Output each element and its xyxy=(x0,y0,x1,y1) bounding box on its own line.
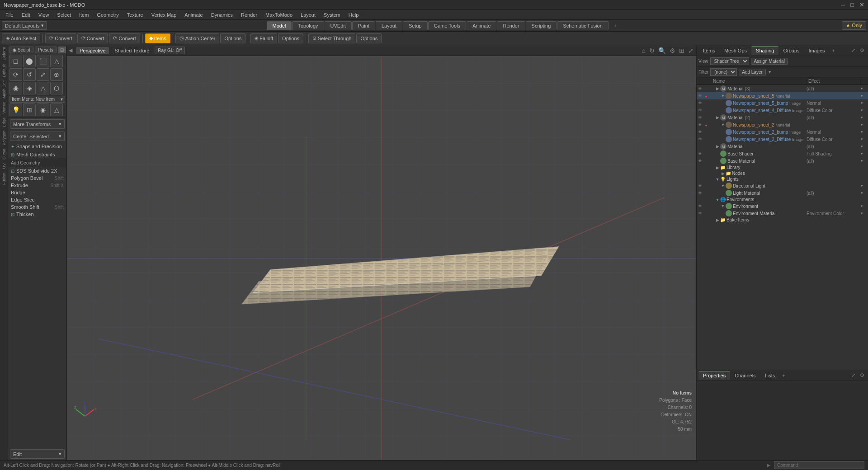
tree-item-lights[interactable]: ▼ 💡 Lights xyxy=(697,176,868,182)
dropdown-arrow-3[interactable]: ▾ xyxy=(861,101,868,105)
default-layouts-dropdown[interactable]: Default Layouts ▾ xyxy=(2,21,47,30)
tool-cube[interactable]: ⬛ xyxy=(37,55,49,67)
tab-groups[interactable]: Groups xyxy=(778,47,804,55)
polygon-bevel-row[interactable]: Polygon Bevel Shift xyxy=(8,174,66,182)
tab-lists[interactable]: Lists xyxy=(760,371,780,380)
view-select[interactable]: Shader Tree xyxy=(710,57,749,65)
dropdown-arrow-9[interactable]: ▾ xyxy=(861,144,868,149)
tab-topology[interactable]: Topology xyxy=(292,21,324,30)
tree-item-bump-2[interactable]: 👁 Newspaper_sheet_2_bump Image Normal ▾ xyxy=(697,128,868,136)
tree-item-dir-light[interactable]: 👁 ▼ Directional Light ▾ xyxy=(697,182,868,189)
toggle-15[interactable]: ▼ xyxy=(720,183,726,188)
smooth-shift-row[interactable]: Smooth Shift Shift xyxy=(8,203,66,211)
tool-5[interactable]: ◉ xyxy=(9,82,22,94)
strip-default[interactable]: Default xyxy=(1,62,7,79)
tree-item-bump-5[interactable]: 👁 Newspaper_sheet_5_bump Image Normal ▾ xyxy=(697,99,868,107)
dropdown-arrow-15[interactable]: ▾ xyxy=(861,183,868,188)
sds-subdivide-row[interactable]: ⊡ SDS Subdivide 2X xyxy=(8,167,66,174)
tree-item-diffuse-2[interactable]: 👁 Newspaper_sheet_2_Diffuse Image Diffus… xyxy=(697,136,868,143)
tool-6[interactable]: ◈ xyxy=(23,82,36,94)
tree-item-bake-items[interactable]: ▶ 📁 Bake Items xyxy=(697,217,868,223)
tree-item-env-material[interactable]: 👁 Environment Material Environment Color… xyxy=(697,210,868,217)
dropdown-arrow-7[interactable]: ▾ xyxy=(861,130,868,134)
edit-dropdown[interactable]: Edit ▾ xyxy=(10,449,65,459)
tree-item-environment[interactable]: 👁 ▼ Environment ▾ xyxy=(697,202,868,210)
tool-8[interactable]: ⬡ xyxy=(50,82,63,94)
menu-item[interactable]: Item xyxy=(75,11,92,19)
toggle-6[interactable]: ▼ xyxy=(720,122,726,127)
maximize-btn[interactable]: □ xyxy=(850,1,854,8)
menu-render[interactable]: Render xyxy=(237,11,261,19)
menu-vertex-map[interactable]: Vertex Map xyxy=(148,11,180,19)
falloff-btn[interactable]: ◈ Falloff xyxy=(250,33,277,43)
command-input[interactable] xyxy=(774,461,864,469)
add-layer-dropdown-icon[interactable]: ▾ xyxy=(769,69,771,75)
dropdown-arrow-18[interactable]: ▾ xyxy=(861,204,868,208)
dropdown-arrow-4[interactable]: ▾ xyxy=(861,108,868,113)
menu-edit[interactable]: Edit xyxy=(18,11,34,19)
menu-file[interactable]: File xyxy=(2,11,17,19)
tree-item-base-material[interactable]: 👁 Base Material (all) ▾ xyxy=(697,157,868,164)
toggle-13[interactable]: ▶ xyxy=(720,171,726,176)
toggle-2[interactable]: ▼ xyxy=(720,94,726,98)
strip-edge[interactable]: Edge xyxy=(1,116,7,129)
tab-animate[interactable]: Animate xyxy=(467,21,496,30)
tab-model[interactable]: Model xyxy=(267,21,292,30)
tab-shading[interactable]: Shading xyxy=(751,46,778,55)
toggle-12[interactable]: ▶ xyxy=(715,165,720,170)
menu-dynamics[interactable]: Dynamics xyxy=(208,11,236,19)
tree-item-light-material[interactable]: 👁 Light Material (all) ▾ xyxy=(697,189,868,197)
menu-geometry[interactable]: Geometry xyxy=(93,11,122,19)
tree-item-nodes[interactable]: ▶ 📁 Nodes xyxy=(697,170,868,176)
expand-panel-icon[interactable]: ⤢ xyxy=(849,47,857,54)
more-transforms-dropdown[interactable]: More Transforms ▾ xyxy=(10,119,65,129)
toggle-17[interactable]: ▼ xyxy=(715,197,720,202)
settings-props-icon[interactable]: ⚙ xyxy=(858,371,866,379)
viewport-settings-icon[interactable]: ⚙ xyxy=(669,46,676,55)
close-btn[interactable]: ✕ xyxy=(859,1,864,8)
viewport-rotate-icon[interactable]: ↻ xyxy=(648,46,656,55)
toggle-9[interactable]: ▶ xyxy=(715,144,720,149)
tree-item-diffuse-4[interactable]: 👁 Newspaper_sheet_4_Diffuse Image Diffus… xyxy=(697,107,868,114)
tree-item-environments[interactable]: ▼ 🌐 Environments xyxy=(697,197,868,202)
tree-item-material[interactable]: ▶ M Material (all) ▾ xyxy=(697,143,868,150)
falloff-options-btn[interactable]: Options xyxy=(278,33,303,43)
tree-item-library[interactable]: ▶ 📁 Library xyxy=(697,164,868,170)
tab-setup[interactable]: Setup xyxy=(403,21,428,30)
convert-btn-1[interactable]: ⟳ Convert xyxy=(45,33,76,43)
tool-scale[interactable]: ⤢ xyxy=(37,68,49,81)
tool-add[interactable]: ⊕ xyxy=(50,68,63,81)
strip-polygon[interactable]: Polygon xyxy=(1,129,7,147)
tool-light[interactable]: 💡 xyxy=(9,103,22,116)
tab-items[interactable]: Items xyxy=(698,47,720,55)
menu-texture[interactable]: Texture xyxy=(123,11,147,19)
cmd-arrow[interactable]: ▶ xyxy=(767,462,770,468)
tab-uvedit[interactable]: UVEdit xyxy=(325,21,352,30)
filter-select[interactable]: (none) xyxy=(710,68,737,76)
toggle-20[interactable]: ▶ xyxy=(715,218,720,222)
tab-game-tools[interactable]: Game Tools xyxy=(428,21,467,30)
toggle-5[interactable]: ▶ xyxy=(715,115,720,120)
tab-perspective[interactable]: Perspective xyxy=(76,47,109,54)
expand-props-icon[interactable]: ⤢ xyxy=(849,371,857,379)
add-layer-btn[interactable]: Add Layer xyxy=(739,69,766,75)
tool-select[interactable]: ◻ xyxy=(9,55,22,67)
action-center-btn[interactable]: ◎ Action Center xyxy=(175,33,220,43)
strip-fusion[interactable]: Fusion xyxy=(1,171,7,187)
extrude-row[interactable]: Extrude Shift X xyxy=(8,182,66,189)
tab-images[interactable]: Images xyxy=(804,47,830,55)
toggle-18[interactable]: ▼ xyxy=(720,204,726,208)
tab-paint[interactable]: Paint xyxy=(352,21,375,30)
tree-item-material-2[interactable]: 👁 ▶ M Material (2) (all) ▾ xyxy=(697,114,868,121)
strip-curve[interactable]: Curve xyxy=(1,147,7,161)
tab-channels[interactable]: Channels xyxy=(730,371,760,380)
strip-deform[interactable]: Deform xyxy=(1,45,7,62)
tree-item-newspaper-5[interactable]: 👁 ● ▼ Newspaper_sheet_5 Material ▾ xyxy=(697,92,868,99)
viewport-3d[interactable]: X Z Y No Items Polygons : Face Channels:… xyxy=(67,56,696,460)
tab-add[interactable]: + xyxy=(609,22,623,30)
select-options-btn[interactable]: Options xyxy=(356,33,382,43)
mesh-constraints-row[interactable]: ⊞ Mesh Constraints xyxy=(8,150,66,159)
auto-select-btn[interactable]: ◈ Auto Select xyxy=(2,33,40,43)
tab-mesh-ops[interactable]: Mesh Ops xyxy=(720,47,751,55)
dropdown-arrow-1[interactable]: ▾ xyxy=(861,86,868,91)
